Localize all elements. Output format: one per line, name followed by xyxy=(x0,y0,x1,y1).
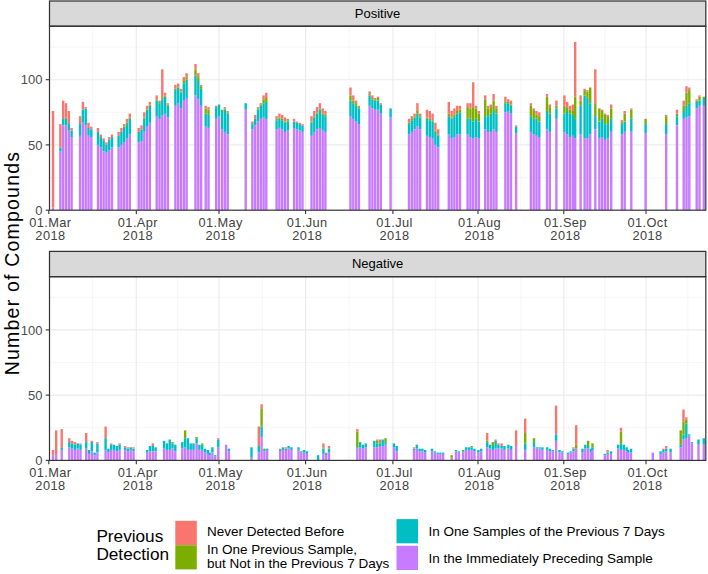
svg-text:2018: 2018 xyxy=(633,478,663,493)
svg-text:50: 50 xyxy=(28,138,42,153)
svg-text:Positive: Positive xyxy=(355,6,401,21)
svg-text:2018: 2018 xyxy=(292,478,322,493)
svg-text:100: 100 xyxy=(21,323,43,338)
svg-text:2018: 2018 xyxy=(633,228,663,243)
svg-text:2018: 2018 xyxy=(379,478,409,493)
svg-text:2018: 2018 xyxy=(292,228,322,243)
svg-text:2018: 2018 xyxy=(35,228,65,243)
svg-text:In One Samples of the Previous: In One Samples of the Previous 7 Days xyxy=(428,524,665,539)
svg-text:In the Immediately Preceding S: In the Immediately Preceding Sample xyxy=(428,551,652,566)
svg-text:2018: 2018 xyxy=(206,478,236,493)
svg-text:2018: 2018 xyxy=(123,478,153,493)
svg-text:2018: 2018 xyxy=(35,478,65,493)
svg-text:Negative: Negative xyxy=(352,256,403,271)
svg-text:2018: 2018 xyxy=(465,478,495,493)
svg-text:2018: 2018 xyxy=(379,228,409,243)
svg-text:2018: 2018 xyxy=(550,228,580,243)
svg-text:2018: 2018 xyxy=(550,478,580,493)
svg-text:2018: 2018 xyxy=(206,228,236,243)
svg-text:but Not in the Previous 7 Days: but Not in the Previous 7 Days xyxy=(207,556,390,571)
svg-text:Number of Compounds: Number of Compounds xyxy=(1,151,23,375)
svg-text:100: 100 xyxy=(21,72,43,87)
svg-text:In One Previous Sample,: In One Previous Sample, xyxy=(207,542,357,557)
svg-text:Never Detected Before: Never Detected Before xyxy=(207,524,344,539)
svg-text:2018: 2018 xyxy=(465,228,495,243)
svg-text:2018: 2018 xyxy=(123,228,153,243)
svg-text:50: 50 xyxy=(28,388,42,403)
svg-text:Detection: Detection xyxy=(96,544,169,564)
